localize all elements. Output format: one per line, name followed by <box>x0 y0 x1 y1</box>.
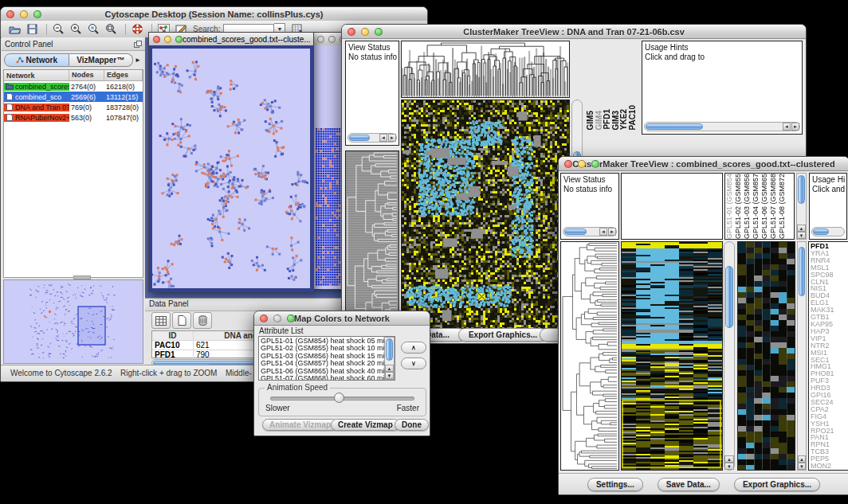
row-dendrogram[interactable] <box>345 150 399 329</box>
heatmap-main[interactable] <box>621 241 723 471</box>
close-button[interactable] <box>347 28 355 36</box>
treeview1-title: ClusterMaker TreeView : DNA and Tran 07-… <box>342 27 806 37</box>
scroll-up-arrow[interactable]: ▲ <box>798 455 806 463</box>
scroll-left-arrow[interactable]: ◄ <box>783 123 791 131</box>
scrollbar-thumb[interactable] <box>799 247 805 296</box>
hscrollbar[interactable] <box>811 227 845 236</box>
save-data-button[interactable]: Save Data... <box>658 478 720 491</box>
scroll-down-arrow[interactable]: ▼ <box>724 463 734 470</box>
column-dendrogram[interactable] <box>621 173 723 240</box>
move-up-button[interactable]: ∧ <box>401 342 426 354</box>
tab-vizmapper[interactable]: VizMapper™ <box>69 53 134 67</box>
scrollbar-thumb[interactable] <box>349 135 370 141</box>
scroll-up-arrow[interactable]: ▲ <box>724 455 734 463</box>
minimize-button[interactable] <box>361 28 369 36</box>
row-dendrogram[interactable] <box>560 241 619 471</box>
view-status-title: View Status <box>563 175 606 184</box>
treeview1-title-bar[interactable]: ClusterMaker TreeView : DNA and Tran 07-… <box>342 25 806 39</box>
heatmap-vscrollbar[interactable]: ▲ ▼ <box>724 241 735 471</box>
network-edges-count: 183728(0) <box>104 104 143 111</box>
network-row[interactable]: combined_sco 2569(6) 13112(15) <box>4 92 143 102</box>
gene-list[interactable]: PFD1YRA1RNR4MSL1SPC98CLN1NIS1BUD4ELG1MAK… <box>808 241 848 471</box>
birdseye-view[interactable] <box>3 279 143 364</box>
network-canvas[interactable] <box>152 49 308 288</box>
minimize-button[interactable] <box>328 36 336 43</box>
scroll-down-arrow[interactable]: ▼ <box>797 232 806 239</box>
scrollbar-thumb[interactable] <box>725 266 733 328</box>
network-edges-count: 16218(0) <box>104 83 143 91</box>
zoom-button[interactable] <box>33 10 41 18</box>
attribute-item[interactable]: GPL51-07 (GSM868) heat shock 60 min <box>261 375 393 381</box>
scrollbar-thumb[interactable] <box>564 229 587 235</box>
open-file-icon[interactable] <box>7 22 22 36</box>
scrollbar-thumb[interactable] <box>798 175 805 204</box>
scrollbar-thumb[interactable] <box>646 123 703 130</box>
scroll-right-arrow[interactable]: ► <box>388 134 396 142</box>
close-button[interactable] <box>260 315 268 322</box>
settings-button[interactable]: Settings... <box>587 478 643 491</box>
move-down-button[interactable]: ∨ <box>401 357 426 369</box>
attribute-select-icon[interactable] <box>151 312 171 329</box>
close-button[interactable] <box>564 160 572 168</box>
column-dendrogram[interactable] <box>401 41 570 98</box>
network-row[interactable]: RNAPuberNov2+ 563(0) 107847(0) <box>4 112 143 123</box>
hscrollbar[interactable]: ◄ ► <box>563 227 617 236</box>
close-button[interactable] <box>6 10 14 18</box>
scroll-right-arrow[interactable]: ► <box>791 123 799 131</box>
done-button[interactable]: Done <box>395 419 429 431</box>
zoom-button[interactable] <box>375 28 383 36</box>
minimize-button[interactable] <box>578 160 586 168</box>
create-vizmap-button[interactable]: Create Vizmap <box>331 419 400 431</box>
list-vscrollbar[interactable]: ▲ ▼ <box>384 337 395 380</box>
minimize-button[interactable] <box>164 36 171 43</box>
scroll-left-arrow[interactable]: ◄ <box>599 228 607 236</box>
delete-attribute-icon[interactable] <box>193 312 212 329</box>
export-graphics-button[interactable]: Export Graphics... <box>734 478 820 491</box>
minimize-button[interactable] <box>273 315 281 322</box>
scroll-up-arrow[interactable]: ▲ <box>797 225 806 232</box>
main-title-bar[interactable]: Cytoscape Desktop (Session Name: collins… <box>1 7 427 21</box>
treeview2-title-bar[interactable]: ClusterMaker TreeView : combined_scores_… <box>559 157 848 171</box>
zoom-button[interactable] <box>287 315 295 322</box>
zoom-selected-icon[interactable] <box>86 22 100 36</box>
heatmap-zoom-view[interactable] <box>737 241 795 471</box>
scroll-right-arrow[interactable]: ► <box>608 228 616 236</box>
tabs-overflow-arrow[interactable]: ► <box>133 57 143 64</box>
zoom-in-icon[interactable] <box>69 22 83 36</box>
scroll-down-arrow[interactable]: ▼ <box>798 463 806 470</box>
column-header-id[interactable]: ID <box>152 331 194 340</box>
scroll-up-arrow[interactable]: ▲ <box>385 365 394 372</box>
network-row[interactable]: DNA and Tran 07 769(0) 183728(0) <box>4 102 143 112</box>
gene-label[interactable]: MON2 <box>811 463 846 470</box>
tab-network[interactable]: Network <box>4 53 69 67</box>
zoom-fit-icon[interactable] <box>104 22 118 36</box>
view-status-text: No status info f <box>348 53 399 61</box>
scrollbar-thumb[interactable] <box>386 338 393 361</box>
hscrollbar[interactable]: ◄ ► <box>644 122 800 131</box>
minimize-button[interactable] <box>20 10 28 18</box>
close-button[interactable] <box>317 36 324 43</box>
slider-thumb[interactable] <box>334 393 344 403</box>
animation-speed-group: Animation Speed Slower Faster <box>258 388 426 416</box>
dialog-title-bar[interactable]: Map Colors to Network <box>254 311 430 326</box>
network-window-title-bar[interactable]: combined_scores_good.txt--cluste... <box>149 33 313 46</box>
zoom-button[interactable] <box>591 160 599 168</box>
new-attribute-icon[interactable] <box>172 312 191 329</box>
scrollbar-thumb[interactable] <box>813 229 829 235</box>
network-row[interactable]: combined_scores_ 2764(0) 16218(0) <box>4 81 143 92</box>
labels-vscrollbar[interactable]: ▲ ▼ <box>796 173 807 240</box>
float-panel-icon[interactable] <box>134 41 142 48</box>
animate-vizmap-button[interactable]: Animate Vizmap <box>262 419 338 431</box>
close-button[interactable] <box>153 36 160 43</box>
scroll-down-arrow[interactable]: ▼ <box>385 372 394 379</box>
scroll-left-arrow[interactable]: ◄ <box>379 134 387 142</box>
zoom-out-icon[interactable] <box>51 22 65 36</box>
help-lifebuoy-icon[interactable] <box>130 22 144 36</box>
heatmap-main[interactable] <box>401 100 570 329</box>
export-graphics-button[interactable]: Export Graphics... <box>458 328 548 342</box>
save-icon[interactable] <box>25 22 39 36</box>
zoom-button[interactable] <box>175 36 183 43</box>
genes-vscrollbar[interactable]: ▲ ▼ <box>797 241 807 471</box>
attribute-list[interactable]: GPL51-01 (GSM854) heat shock 05 minGPL51… <box>258 336 395 381</box>
hscrollbar[interactable]: ◄ ► <box>347 133 397 143</box>
